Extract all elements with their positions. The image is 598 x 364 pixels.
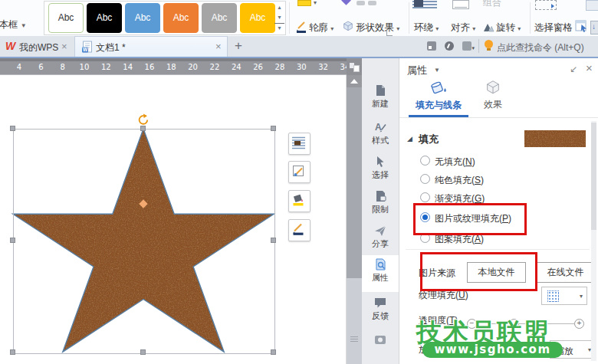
group-button-disabled: 组合 <box>483 0 501 9</box>
divider <box>478 39 479 53</box>
undock-icon[interactable]: ↙ <box>570 64 577 74</box>
document-page[interactable] <box>0 75 347 364</box>
horizontal-ruler[interactable]: 4 6 8 10 12 14 16 18 20 22 24 26 28 30 3… <box>0 58 347 75</box>
rail-item-new[interactable]: 新建 <box>362 81 399 115</box>
tab-fill-and-line[interactable]: 填充与线条 <box>409 78 468 116</box>
resize-handle-s[interactable] <box>140 349 146 355</box>
style-swatch-blue[interactable]: Abc <box>125 3 160 33</box>
resize-handle-sw[interactable] <box>10 349 15 355</box>
lock-document-icon <box>373 189 387 203</box>
divider <box>289 2 290 34</box>
style-swatch-white[interactable]: Abc <box>48 3 84 33</box>
rail-item-restrict[interactable]: 限制 <box>362 187 399 221</box>
rail-item-feedback[interactable]: 反馈 <box>362 293 399 327</box>
download-arrow-icon[interactable]: ▾ <box>462 41 472 51</box>
resize-handle-ne[interactable] <box>271 126 276 131</box>
align-button[interactable]: 对齐 ▾ <box>451 21 475 34</box>
wrap-button[interactable]: 环绕 ▾ <box>414 21 439 34</box>
shape-effects-button[interactable]: 形状效果 ▾ <box>356 21 399 34</box>
resize-handle-nw[interactable] <box>10 126 15 131</box>
tab-effects[interactable]: 效果 <box>475 78 511 116</box>
selection-pane-button[interactable]: 选择窗格 <box>534 21 573 34</box>
style-swatch-yellow[interactable]: Abc <box>240 3 275 33</box>
rail-item-share[interactable]: 分享 <box>362 221 399 255</box>
panel-scrollbar[interactable] <box>591 121 596 361</box>
style-swatch-black[interactable]: Abc <box>87 3 122 33</box>
select-marquee-icon[interactable] <box>535 0 557 10</box>
shape-effects-icon <box>342 20 354 32</box>
svg-text:W: W <box>83 47 88 52</box>
tab-my-wps[interactable]: W 我的WPS × <box>0 36 74 57</box>
chevron-down-icon: ▼ <box>21 22 27 29</box>
rail-item-style[interactable]: A 样式 <box>362 118 399 152</box>
scrollbar-thumb[interactable] <box>591 123 596 230</box>
style-swatch-gray[interactable]: Abc <box>202 3 237 33</box>
rail-item-select[interactable]: 选择 <box>362 152 399 186</box>
resize-handle-w[interactable] <box>10 238 15 243</box>
align-shape-icon[interactable] <box>452 0 469 9</box>
wps-logo: W <box>5 40 15 52</box>
effect-diamond-icon[interactable] <box>341 0 351 5</box>
resize-handle-se[interactable] <box>271 349 276 355</box>
ruler-number: 20 <box>186 63 201 71</box>
chevron-down-icon: ▾ <box>580 293 583 300</box>
edit-shape-button[interactable] <box>288 161 310 183</box>
find-command-hint[interactable]: 点此查找命令 (Alt+Q) <box>497 41 584 54</box>
divider <box>409 2 409 34</box>
style-swatch-orange[interactable]: Abc <box>163 3 199 33</box>
capture-icon <box>373 333 387 346</box>
close-icon[interactable]: × <box>586 61 593 74</box>
pen-badge-icon[interactable] <box>445 41 454 51</box>
radio-no-fill[interactable] <box>420 156 430 166</box>
clipped-label-fragment <box>368 1 376 5</box>
ruler-number: 18 <box>163 63 179 71</box>
properties-icon <box>373 257 387 271</box>
vertical-scrollbar[interactable] <box>347 58 362 364</box>
annotation-box-picture-fill <box>413 203 527 235</box>
shape-style-gallery: Abc Abc Abc Abc Abc Abc ▴ ▾ ▾ <box>44 1 286 35</box>
ruler-number: 32 <box>316 63 331 71</box>
scroll-up-button[interactable] <box>347 75 362 87</box>
new-tab-button[interactable]: + <box>235 38 242 54</box>
rail-item-properties[interactable]: 属性 <box>362 255 399 292</box>
chevron-down-icon[interactable]: ▾ <box>314 0 317 6</box>
layout-options-button[interactable] <box>288 133 310 155</box>
radio-gradient-fill[interactable] <box>420 192 430 202</box>
rotate-button[interactable]: 旋转 ▾ <box>496 21 521 34</box>
outline-icon <box>295 21 307 33</box>
resize-handle-n[interactable] <box>140 126 146 131</box>
textbox-button[interactable]: 文本框 ▼ <box>0 18 27 31</box>
ruler-toggle-button[interactable] <box>347 58 362 75</box>
fill-color-icon[interactable] <box>297 0 311 6</box>
radio-solid-fill[interactable] <box>420 174 430 184</box>
gallery-down-button[interactable]: ▾ <box>274 13 284 22</box>
increase-button[interactable]: + <box>574 319 584 329</box>
rotate-handle[interactable] <box>137 113 150 126</box>
ribbon: 文本框 ▼ Abc Abc Abc Abc Abc Abc ▴ ▾ ▾ ▾ 轮廓… <box>0 0 598 37</box>
resize-handle-e[interactable] <box>271 238 276 243</box>
section-collapse-icon[interactable]: ◢ <box>407 135 412 143</box>
dialog-launcher-icon[interactable] <box>386 30 393 36</box>
scrollbar-thumb[interactable] <box>347 278 362 364</box>
close-icon[interactable]: × <box>61 41 67 52</box>
lightbulb-base <box>487 48 491 51</box>
close-icon[interactable]: × <box>215 41 222 52</box>
texture-preview-swatch[interactable] <box>524 130 586 149</box>
history-icon[interactable] <box>427 41 436 51</box>
ruler-number: 30 <box>294 63 309 71</box>
online-file-button[interactable]: 在线文件 <box>536 262 595 283</box>
outline-color-button[interactable] <box>288 219 310 241</box>
gallery-up-button[interactable]: ▴ <box>274 3 284 12</box>
gallery-more-button[interactable]: ▾ <box>274 23 284 33</box>
texture-dropdown[interactable]: ▾ <box>541 287 587 305</box>
tab-label: 我的WPS <box>19 41 58 54</box>
clipped-icon-fragment <box>586 0 598 11</box>
ruler-number: 8 <box>55 63 71 71</box>
outline-button[interactable]: 轮廓 ▾ <box>309 21 334 34</box>
rail-item-partial[interactable] <box>362 330 399 364</box>
tab-document1[interactable]: W 文档1 * × <box>74 36 228 57</box>
chevron-down-icon[interactable]: ▼ <box>434 67 440 74</box>
wrap-text-icon[interactable] <box>412 0 437 10</box>
fill-color-button[interactable] <box>288 190 310 212</box>
workspace: 4 6 8 10 12 14 16 18 20 22 24 26 28 30 3… <box>0 58 598 364</box>
